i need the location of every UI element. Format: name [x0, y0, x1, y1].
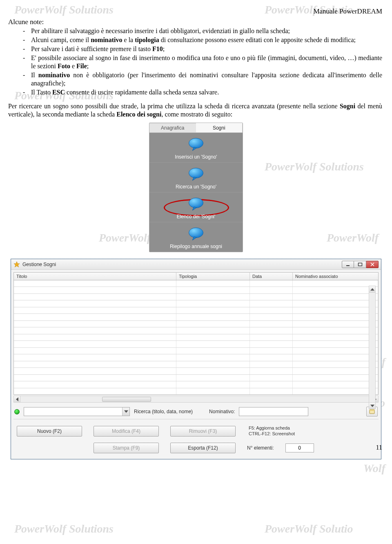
speech-bubble-icon: [187, 167, 205, 181]
note-item: Per salvare i dati è sufficiente premere…: [31, 45, 382, 53]
modifica-button[interactable]: Modifica (F4): [94, 426, 159, 437]
table-row[interactable]: [14, 294, 378, 300]
speech-bubble-icon: [187, 197, 205, 211]
tab-anagrafica[interactable]: Anagrafica: [149, 123, 196, 132]
note-item: Il nominativo non è obbligatorio (per l'…: [31, 71, 382, 87]
titlebar: Gestione Sogni: [11, 259, 381, 270]
star-icon: [13, 261, 20, 268]
watermark: PowerWolf Solutio: [265, 522, 353, 535]
keyboard-hints: F5: Aggiorna scheda CTRL-F12: Screenshot: [249, 425, 295, 437]
table-row[interactable]: [14, 300, 378, 307]
note-item: E' possibile associare al sogno in fase …: [31, 54, 382, 70]
menu-item[interactable]: Elenco dei 'Sogni': [149, 192, 243, 222]
svg-point-2: [189, 198, 203, 208]
table-row[interactable]: [14, 314, 378, 320]
menu-item[interactable]: Inserisci un 'Sogno': [149, 133, 243, 162]
table-row[interactable]: [14, 375, 378, 381]
count-label: N° elementi:: [247, 445, 274, 451]
scroll-up-icon[interactable]: [369, 286, 375, 293]
scroll-left-icon[interactable]: [14, 396, 20, 402]
vertical-scrollbar[interactable]: [369, 286, 376, 409]
maximize-button[interactable]: [354, 261, 366, 268]
table-row[interactable]: [14, 348, 378, 354]
minimize-button[interactable]: [342, 261, 354, 268]
svg-point-1: [189, 168, 203, 178]
table-row[interactable]: [14, 381, 378, 388]
svg-point-0: [189, 138, 203, 148]
svg-rect-5: [346, 265, 350, 266]
notes-heading: Alcune note:: [8, 18, 385, 26]
col-titolo[interactable]: Titolo: [14, 273, 176, 280]
stampa-button[interactable]: Stampa (F9): [94, 443, 159, 453]
window-title: Gestione Sogni: [22, 262, 342, 267]
scroll-thumb[interactable]: [102, 397, 151, 402]
table-row[interactable]: [14, 287, 378, 293]
svg-rect-6: [358, 263, 362, 266]
sidebar-menu-figure: Anagrafica Sogni Inserisci un 'Sogno'Ric…: [149, 123, 243, 252]
chevron-down-icon[interactable]: [122, 407, 129, 416]
col-data[interactable]: Data: [250, 273, 293, 280]
count-value: 0: [285, 443, 314, 452]
scroll-down-icon[interactable]: [369, 402, 375, 409]
table-row[interactable]: [14, 341, 378, 347]
tab-sogni[interactable]: Sogni: [196, 123, 243, 132]
svg-marker-4: [14, 262, 20, 267]
table-row[interactable]: [14, 368, 378, 374]
table-row[interactable]: [14, 280, 378, 287]
col-tipologia[interactable]: Tipologia: [176, 273, 250, 280]
table-row[interactable]: [14, 327, 378, 334]
menu-item-label: Riepilogo annuale sogni: [149, 244, 243, 249]
note-item: Per abilitare il salvataggio è necessari…: [31, 27, 382, 35]
table-row[interactable]: [14, 321, 378, 327]
nominativo-label: Nominativo:: [209, 409, 235, 414]
rimuovi-button[interactable]: Rimuovi (F3): [170, 426, 236, 437]
menu-item[interactable]: Riepilogo annuale sogni: [149, 222, 243, 252]
note-item: Alcuni campi, come il nominativo e la ti…: [31, 36, 382, 44]
note-item: Il Tasto ESC consente di uscire rapidame…: [31, 88, 382, 96]
menu-item-label: Ricerca un 'Sogno': [149, 184, 243, 190]
table-row[interactable]: [14, 354, 378, 361]
grid-body[interactable]: [13, 280, 379, 395]
table-row[interactable]: [14, 334, 378, 341]
search-input[interactable]: [24, 407, 122, 416]
gestione-sogni-window: Gestione Sogni Titolo Tipologia Data Nom…: [11, 259, 381, 459]
doc-header: Manuale PowerDREAM: [7, 7, 382, 16]
nominativo-field[interactable]: [239, 407, 308, 416]
table-row[interactable]: [14, 307, 378, 314]
search-paragraph: Per ricercare un sogno sono possibili du…: [8, 102, 382, 119]
table-row[interactable]: [14, 388, 378, 394]
close-button[interactable]: [366, 261, 379, 268]
notes-list: Per abilitare il salvataggio è necessari…: [20, 27, 382, 96]
search-label: Ricerca (titolo, data, nome): [134, 409, 193, 414]
svg-point-3: [189, 228, 203, 238]
watermark: Wolf: [363, 462, 385, 475]
speech-bubble-icon: [187, 137, 205, 152]
esporta-button[interactable]: Esporta (F12): [170, 443, 236, 453]
svg-rect-8: [370, 410, 374, 411]
search-combo[interactable]: [24, 407, 130, 416]
status-dot-icon: [14, 409, 20, 414]
horizontal-scrollbar[interactable]: [13, 396, 379, 403]
table-row[interactable]: [14, 361, 378, 368]
watermark: PowerWolf Solutions: [14, 522, 114, 535]
menu-item-label: Inserisci un 'Sogno': [149, 154, 243, 160]
speech-bubble-icon: [187, 226, 205, 241]
page-number: 11: [376, 444, 382, 451]
menu-item[interactable]: Ricerca un 'Sogno': [149, 162, 243, 192]
grid-header: Titolo Tipologia Data Nominativo associa…: [13, 272, 379, 280]
nuovo-button[interactable]: Nuovo (F2): [17, 426, 82, 437]
menu-item-label: Elenco dei 'Sogni': [149, 214, 243, 219]
col-nominativo[interactable]: Nominativo associato: [293, 273, 378, 280]
